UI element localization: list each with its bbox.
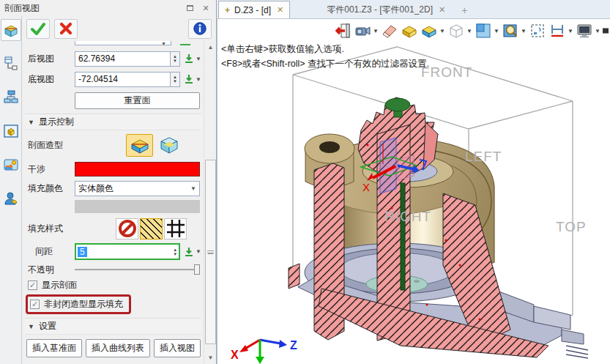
restore-icon[interactable] (184, 3, 196, 13)
ok-button[interactable] (26, 19, 50, 39)
command-bar (22, 16, 216, 41)
fill-color-swatch-row (25, 198, 201, 215)
scroll-down-arrow[interactable]: ▼ (204, 352, 217, 364)
spacing-spinner[interactable]: ▲▼ (173, 248, 179, 256)
dropdown-caret[interactable]: ▼ (373, 28, 379, 34)
panel-scrollbar[interactable]: ▲ ▼ (204, 41, 216, 364)
open-fill-label: 非封闭造型显示填充 (44, 298, 123, 311)
scrollbar-thumb[interactable] (205, 160, 216, 344)
document-area: + D.Z3 - [d] ✕ 零件001.Z3 - [零件001_2D] ✕ +… (217, 0, 610, 364)
bottom-view-row: 底视图 -72.04514 ▲▼ ▼ (25, 69, 201, 89)
tab-close-icon[interactable]: ✕ (277, 5, 283, 15)
panel-titlebar: 剖面视图 ✕ (0, 0, 216, 16)
back-view-spinner[interactable]: ▲▼ (171, 51, 180, 67)
fill-color-swatch-disabled (75, 200, 200, 213)
manipulator-x-label: X (362, 181, 370, 193)
dropdown-caret[interactable]: ▼ (595, 28, 601, 34)
dropdown-caret[interactable]: ▼ (568, 28, 574, 34)
section-open-option[interactable] (155, 134, 182, 157)
left-label: LEFT (465, 149, 502, 164)
new-tab-button[interactable]: + (461, 4, 467, 18)
dropdown-caret[interactable]: ▼ (521, 28, 527, 34)
viewport-toolbar: ▼ ▼ ▼ ▼ ▼ ▼ ▼ (333, 21, 609, 40)
panel-title: 剖面视图 (4, 2, 179, 15)
fill-style-grid-option[interactable] (164, 218, 187, 239)
wireframe-cube-icon[interactable] (447, 21, 466, 40)
document-tabbar: + D.Z3 - [d] ✕ 零件001.Z3 - [零件001_2D] ✕ + (217, 0, 610, 19)
section-shape-label: 剖面造型 (25, 139, 75, 152)
shaded-solid-icon[interactable] (400, 21, 419, 40)
prompt-line-2: <F8>或者<Shift-roll> 查找下一个有效的过滤器设置. (221, 58, 429, 70)
interference-row: 干涉 (25, 160, 201, 179)
viewport-canvas[interactable]: P (217, 19, 610, 364)
opacity-slider[interactable] (75, 264, 200, 275)
pick-dropdown-caret[interactable]: ▼ (196, 56, 201, 62)
back-view-row: 后视图 62.76394 ▲▼ ▼ (25, 48, 201, 69)
fill-color-label: 填充颜色 (25, 182, 75, 195)
top-label: TOP (556, 219, 587, 234)
zoom-region-icon[interactable] (501, 21, 520, 40)
tab-part001[interactable]: 零件001.Z3 - [零件001_2D] ✕ (321, 1, 451, 18)
pick-value-icon[interactable] (184, 53, 194, 64)
display-monitor-icon[interactable] (575, 21, 594, 40)
opacity-row: 不透明 (25, 261, 201, 278)
zoom-window-icon[interactable] (528, 21, 547, 40)
tab-close-icon[interactable]: ✕ (439, 5, 445, 15)
bottom-view-input[interactable]: -72.04514 (75, 72, 171, 87)
measure-icon[interactable] (548, 21, 567, 40)
insert-curve-list-button[interactable]: 插入曲线列表 (86, 339, 150, 357)
info-button[interactable] (188, 19, 212, 39)
prompt-line-1: <单击右键>获取数值输入选项. (221, 43, 344, 56)
axis-z-label: Z (290, 339, 297, 352)
fill-color-select[interactable]: 实体颜色 ▼ (75, 181, 200, 196)
section-view-icon[interactable] (1, 19, 21, 41)
opacity-slider-handle[interactable] (194, 264, 200, 275)
pick-value-icon[interactable] (184, 74, 194, 84)
hierarchy-manager-icon[interactable] (1, 86, 21, 108)
viewport[interactable]: ▼ ▼ ▼ ▼ ▼ ▼ ▼ <单击右键>获取数值输入选项. <F8>或者<Shi… (217, 19, 610, 364)
pick-dropdown-caret[interactable]: ▼ (196, 76, 201, 83)
exit-icon[interactable] (333, 21, 352, 40)
show-section-checkbox[interactable]: ✓ (28, 281, 37, 290)
bottom-view-label: 底视图 (25, 73, 75, 86)
user-session-icon[interactable] (1, 187, 21, 209)
insert-datum-button[interactable]: 插入基准面 (26, 339, 82, 357)
spacing-input[interactable]: 5 ▲▼ (75, 243, 180, 260)
back-view-input[interactable]: 62.76394 (75, 51, 171, 67)
interference-color-swatch[interactable] (75, 162, 200, 177)
red-highlight-box: ✓ 非封闭造型显示填充 (26, 294, 131, 314)
section-solid-option[interactable] (126, 134, 153, 157)
entity-info-icon[interactable] (1, 53, 21, 75)
settings-header[interactable]: ▼ 设置 (25, 318, 201, 335)
fill-style-none-option[interactable] (116, 218, 138, 239)
fill-style-hatch-option[interactable] (140, 218, 163, 239)
section-view-panel: 剖面视图 ✕ (0, 0, 217, 364)
opacity-label: 不透明 (25, 264, 75, 276)
open-fill-checkbox[interactable]: ✓ (30, 300, 40, 309)
chevron-down-icon: ▼ (190, 185, 199, 192)
display-control-header[interactable]: ▼ 显示控制 (25, 114, 201, 130)
section-shape-row: 剖面造型 (25, 130, 201, 160)
collapse-triangle-icon: ▼ (28, 323, 34, 330)
application-window: 剖面视图 ✕ (0, 0, 610, 364)
view-pane-icon[interactable] (474, 21, 493, 40)
dropdown-caret[interactable]: ▼ (439, 28, 446, 34)
solid-window-icon[interactable] (1, 120, 21, 142)
dropdown-caret[interactable]: ▼ (494, 28, 500, 34)
render-scene-icon[interactable] (1, 154, 21, 176)
view-camera-icon[interactable] (353, 21, 372, 40)
insert-view-button[interactable]: 插入视图 (154, 339, 201, 357)
cancel-button[interactable] (54, 19, 78, 39)
pick-value-icon[interactable] (184, 247, 194, 257)
dropdown-caret[interactable]: ▼ (466, 28, 473, 34)
fill-color-row: 填充颜色 实体颜色 ▼ (25, 179, 201, 198)
close-icon[interactable]: ✕ (200, 3, 212, 13)
bottom-view-spinner[interactable]: ▲▼ (171, 72, 180, 87)
scroll-up-arrow[interactable]: ▲ (204, 41, 217, 53)
pick-dropdown-caret[interactable]: ▼ (196, 248, 201, 255)
show-section-row: ✓ 显示剖面 (25, 278, 201, 292)
section-box-icon[interactable] (420, 21, 439, 40)
eraser-icon[interactable] (380, 21, 399, 40)
tab-d-z3[interactable]: + D.Z3 - [d] ✕ (218, 1, 290, 18)
reset-plane-button[interactable]: 重置面 (75, 92, 200, 109)
